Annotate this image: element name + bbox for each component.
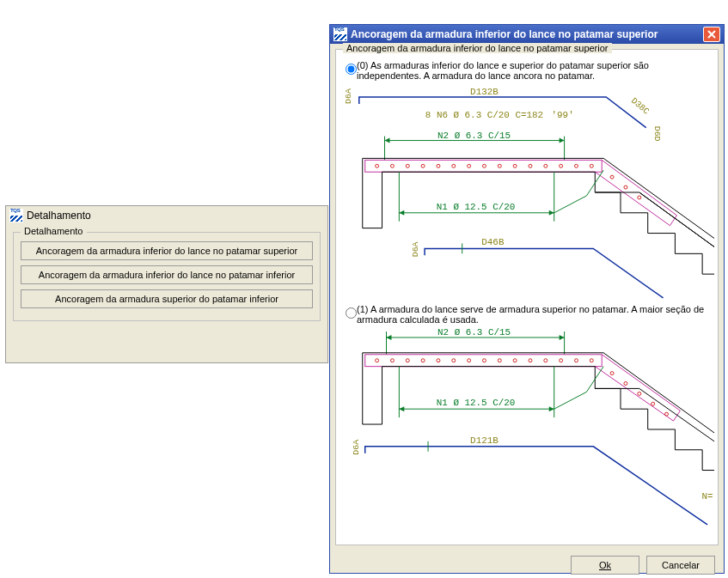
svg-point-4 — [376, 164, 379, 167]
close-icon — [707, 30, 716, 39]
svg-line-23 — [639, 192, 714, 246]
dialog-title: Detalhamento — [27, 210, 91, 222]
svg-point-35 — [421, 359, 425, 362]
lbl-n2-bot: N2 Ø 6.3 C/15 — [437, 328, 511, 338]
dialog-body: Ancoragem da armadura inferior do lance … — [330, 44, 724, 573]
btn-ancoragem-inf-sup[interactable]: Ancoragem da armadura inferior do lance … — [21, 241, 313, 260]
option-1[interactable]: (1) A armadura do lance serve de armadur… — [336, 301, 718, 328]
svg-point-33 — [390, 359, 394, 362]
cancel-button[interactable]: Cancelar — [646, 556, 715, 575]
radio-option-1[interactable] — [346, 307, 357, 319]
svg-point-11 — [482, 164, 486, 167]
svg-point-21 — [638, 196, 641, 199]
svg-point-43 — [544, 359, 548, 362]
detalhamento-dialog: Detalhamento Detalhamento Ancoragem da a… — [5, 205, 328, 363]
diagram-1-svg: N2 Ø 6.3 C/15 — [340, 328, 714, 527]
option-1-label: (1) A armadura do lance serve de armadur… — [357, 304, 704, 325]
svg-point-45 — [574, 359, 578, 362]
spacer — [6, 328, 327, 362]
diagram-0: D132B D6A D38C D6D 8 N6 Ø 6.3 C/20 C=182… — [340, 84, 714, 301]
svg-point-47 — [610, 372, 614, 375]
svg-point-49 — [638, 392, 641, 395]
svg-point-20 — [624, 186, 627, 189]
svg-point-13 — [513, 164, 517, 167]
svg-rect-3 — [365, 160, 602, 172]
svg-point-50 — [652, 402, 655, 405]
svg-point-34 — [406, 359, 409, 362]
svg-point-48 — [624, 381, 627, 385]
svg-point-9 — [452, 164, 456, 167]
group-legend: Detalhamento — [21, 226, 87, 236]
svg-point-14 — [529, 164, 532, 167]
option-0[interactable]: (0) As armaduras inferior do lance e sup… — [336, 57, 718, 84]
svg-point-12 — [498, 164, 501, 167]
lbl-d6a-bot0: D6A — [411, 241, 420, 257]
svg-point-19 — [610, 175, 614, 179]
svg-point-6 — [406, 164, 409, 167]
dialog-button-row: Ok Cancelar — [330, 551, 724, 578]
svg-point-16 — [560, 164, 563, 167]
svg-point-40 — [498, 359, 501, 362]
lbl-d6a-top: D6A — [344, 88, 353, 104]
svg-point-7 — [421, 164, 425, 167]
tqs-logo-icon — [9, 209, 23, 222]
lbl-n-spec: 8 N6 Ø 6.3 C/20 C=182 — [425, 110, 543, 120]
lbl-nend: N= — [702, 491, 713, 502]
group-legend: Ancoragem da armadura inferior do lance … — [343, 43, 612, 53]
ancoragem-dialog: Ancoragem da armadura inferior do lance … — [329, 24, 725, 574]
svg-point-32 — [376, 359, 379, 362]
titlebar: Detalhamento — [6, 206, 327, 225]
lbl-rev: '99' — [552, 110, 574, 120]
svg-point-17 — [574, 164, 578, 167]
ancoragem-group: Ancoragem da armadura inferior do lance … — [335, 49, 719, 545]
lbl-d6a-bot1: D6A — [352, 440, 361, 455]
svg-point-42 — [529, 359, 532, 362]
svg-point-15 — [544, 164, 548, 167]
btn-ancoragem-sup-inf[interactable]: Ancoragem da armadura superior do patama… — [21, 289, 313, 308]
ok-button[interactable]: Ok — [571, 556, 639, 575]
lbl-d46b: D46B — [481, 237, 505, 247]
svg-point-18 — [590, 164, 593, 167]
btn-ancoragem-inf-inf[interactable]: Ancoragem da armadura inferior do lance … — [21, 265, 313, 284]
lbl-d121b: D121B — [470, 435, 499, 446]
svg-point-5 — [390, 164, 394, 167]
svg-rect-31 — [365, 355, 602, 367]
svg-point-10 — [468, 164, 471, 167]
svg-point-8 — [437, 164, 440, 167]
svg-point-46 — [590, 359, 593, 362]
titlebar: Ancoragem da armadura inferior do lance … — [330, 25, 724, 44]
svg-point-41 — [513, 359, 517, 362]
lbl-d6d: D6D — [652, 126, 662, 142]
tqs-logo-icon — [333, 27, 347, 41]
svg-point-37 — [452, 359, 456, 362]
lbl-n1-top: N1 Ø 12.5 C/20 — [437, 202, 516, 212]
svg-point-39 — [482, 359, 486, 362]
svg-point-38 — [468, 359, 471, 362]
dialog-title: Ancoragem da armadura inferior do lance … — [351, 28, 658, 40]
option-0-label: (0) As armaduras inferior do lance e sup… — [357, 60, 649, 81]
detalhamento-group: Detalhamento Ancoragem da armadura infer… — [13, 232, 321, 321]
lbl-d38c: D38C — [629, 96, 651, 117]
lbl-d132b: D132B — [470, 87, 499, 97]
close-button[interactable] — [703, 27, 720, 42]
lbl-n2-top: N2 Ø 6.3 C/15 — [437, 131, 511, 141]
diagram-0-svg: D132B D6A D38C D6D 8 N6 Ø 6.3 C/20 C=182… — [340, 84, 714, 301]
svg-point-44 — [560, 359, 563, 362]
lbl-n1-bot: N1 Ø 12.5 C/20 — [437, 398, 516, 408]
svg-point-36 — [437, 359, 440, 362]
diagram-1: N2 Ø 6.3 C/15 — [340, 328, 714, 527]
svg-point-51 — [665, 412, 669, 416]
radio-option-0[interactable] — [346, 64, 357, 75]
